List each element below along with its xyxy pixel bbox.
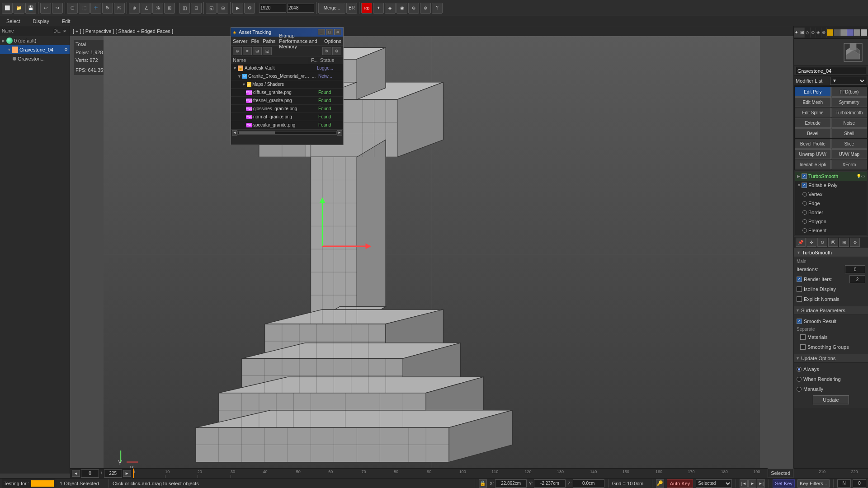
place-icon[interactable]: ⊞	[839, 238, 849, 247]
edit-spline-btn[interactable]: Edit Spline	[795, 108, 831, 117]
edit-poly-btn[interactable]: Edit Poly	[795, 87, 831, 97]
menu-display[interactable]: Display	[30, 18, 52, 25]
br-button[interactable]: BR	[346, 3, 357, 14]
extrude-btn[interactable]: Extrude	[795, 118, 831, 128]
isolate-icon[interactable]: ◎	[217, 3, 228, 14]
select-region-icon[interactable]: ⬚	[79, 3, 90, 14]
symmetry-btn[interactable]: Symmetry	[831, 97, 868, 107]
plugin1-icon[interactable]: ✦	[373, 3, 384, 14]
modify-tab-icon[interactable]: ⊞	[799, 28, 805, 38]
percent-snap-icon[interactable]: %	[152, 3, 163, 14]
update-button[interactable]: Update	[813, 395, 849, 404]
tree-item-gravestone04[interactable]: ▼ Gravestone_04 ⚙	[0, 45, 70, 54]
hierarchy-tab-icon[interactable]: ◇	[805, 28, 810, 38]
timeline-frame-prev[interactable]: ◄	[72, 470, 80, 477]
key-icon[interactable]: 🔑	[656, 479, 664, 488]
turbosmooth-btn[interactable]: TurboSmooth	[831, 108, 868, 117]
bevel-btn[interactable]: Bevel	[795, 128, 831, 138]
stack-edge[interactable]: Edge	[795, 199, 867, 208]
open-button[interactable]: 📁	[14, 3, 24, 14]
dialog-close-btn[interactable]: ✕	[334, 29, 341, 35]
timeline-track[interactable]: 0 10 20 30 40 50 60 70 80 90 100 110 120…	[133, 469, 868, 479]
color-swatch2[interactable]	[834, 29, 840, 36]
tree-item-gravestonsub[interactable]: Graveston...	[0, 54, 70, 63]
stack-expand-poly-icon[interactable]: ▼	[797, 183, 802, 188]
save-button[interactable]: 💾	[25, 3, 36, 14]
play-next-btn[interactable]: ►|	[757, 479, 765, 488]
redo-button[interactable]: ↪	[52, 3, 63, 14]
viewport-canvas[interactable]: Total Polys: 1,928 Verts: 972 FPS: 641.3…	[70, 36, 793, 474]
asset-row-folder[interactable]: ▼ 📁 Maps / Shaders	[231, 80, 343, 89]
misc-input1[interactable]	[837, 479, 851, 488]
asset-tool3[interactable]: ⊞	[253, 47, 262, 55]
unwrap-uvw-btn[interactable]: Unwrap UVW	[795, 149, 831, 159]
auto-key-button[interactable]: Auto Key	[667, 479, 693, 488]
undo-button[interactable]: ↩	[40, 3, 51, 14]
move-icon[interactable]: ✛	[807, 238, 816, 247]
vertex-radio[interactable]	[802, 192, 807, 197]
plugin3-icon[interactable]: ◉	[396, 3, 407, 14]
x-input[interactable]	[495, 479, 527, 488]
color-swatch3[interactable]	[840, 29, 847, 36]
render-setup-icon[interactable]: ⚙	[244, 3, 255, 14]
play-prev-btn[interactable]: |◄	[740, 479, 748, 488]
explicit-checkbox[interactable]	[797, 296, 802, 302]
render-iters-checkbox[interactable]: ✓	[797, 277, 802, 282]
smoothing-groups-checkbox[interactable]	[800, 344, 806, 350]
pin-icon[interactable]: 📌	[796, 238, 806, 247]
edge-radio[interactable]	[802, 201, 807, 206]
stack-light-icon[interactable]: 💡	[856, 174, 861, 178]
always-radio[interactable]	[797, 367, 802, 372]
iterations-input[interactable]	[845, 265, 865, 273]
tree-item-default[interactable]: ▶ 0 (default)	[0, 36, 70, 45]
stack-vis-checkbox[interactable]: ✓	[802, 174, 807, 179]
align-icon[interactable]: ⊟	[191, 3, 202, 14]
asset-menu-file[interactable]: File	[251, 38, 259, 44]
modifier-dropdown[interactable]: ▼	[830, 77, 866, 85]
turbosmooth-header[interactable]: ▼ TurboSmooth	[794, 248, 868, 257]
rb-icon[interactable]: RB	[361, 3, 372, 14]
rotate-icon[interactable]: ↻	[102, 3, 113, 14]
spinner-snap-icon[interactable]: ⊞	[164, 3, 175, 14]
timeline-frame-next[interactable]: ►	[123, 470, 131, 477]
viewport[interactable]: [ + ] [ Perspective ] [ Shaded + Edged F…	[70, 26, 793, 474]
current-frame-input[interactable]: 0	[81, 469, 99, 478]
asset-tool2[interactable]: ≡	[243, 47, 252, 55]
help-icon[interactable]: ?	[432, 3, 443, 14]
motion-tab-icon[interactable]: ⊙	[811, 28, 816, 38]
asset-row-glossines[interactable]: PNG glossines_granite.png Found	[231, 105, 343, 113]
y-input[interactable]	[534, 479, 566, 488]
layer-icon[interactable]: ◱	[206, 3, 217, 14]
utilities-tab-icon[interactable]: ⊕	[821, 28, 827, 38]
render-iters-input[interactable]	[849, 275, 865, 283]
stack-curve-icon[interactable]: ◌	[861, 174, 865, 178]
close-explorer-icon[interactable]: ✕	[61, 28, 68, 34]
play-btn[interactable]: ►	[748, 479, 756, 488]
display-tab-icon[interactable]: ◈	[816, 28, 821, 38]
stack-turbosmooth[interactable]: ▶ ✓ TurboSmooth 💡 ◌	[795, 172, 867, 181]
smooth-result-checkbox[interactable]: ✓	[797, 319, 802, 324]
height-input[interactable]	[287, 4, 314, 13]
scroll-track[interactable]	[237, 131, 337, 135]
plugin2-icon[interactable]: ◈	[385, 3, 396, 14]
plugin4-icon[interactable]: ⊛	[408, 3, 419, 14]
asset-row-normal[interactable]: PNG normal_granite.png Found	[231, 113, 343, 121]
menu-select[interactable]: Select	[4, 18, 23, 25]
mirror-icon[interactable]: ◫	[179, 3, 190, 14]
misc-input2[interactable]	[853, 479, 866, 488]
snap-icon[interactable]: ⊕	[129, 3, 140, 14]
new-button[interactable]: ⬜	[2, 3, 13, 14]
asset-row-diffuse[interactable]: PNG diffuse_granite.png Found	[231, 89, 343, 97]
color-swatch1[interactable]	[827, 29, 833, 36]
polygon-radio[interactable]	[802, 219, 807, 224]
dialog-restore-btn[interactable]: □	[326, 29, 333, 35]
z-input[interactable]	[573, 479, 604, 488]
surface-params-header[interactable]: ▼ Surface Parameters	[794, 306, 868, 315]
color-swatch5[interactable]	[854, 29, 860, 36]
scroll-thumb[interactable]	[239, 131, 275, 134]
render-icon[interactable]: ▶	[232, 3, 243, 14]
scale-icon[interactable]: ⇱	[114, 3, 125, 14]
border-radio[interactable]	[802, 210, 807, 215]
create-tab-icon[interactable]: +	[794, 28, 799, 38]
width-input[interactable]	[259, 4, 286, 13]
